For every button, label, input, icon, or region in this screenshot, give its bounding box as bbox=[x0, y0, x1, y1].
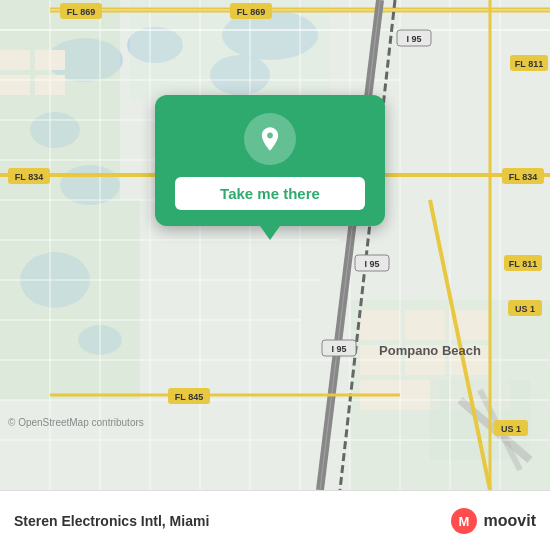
location-name: Steren Electronics Intl bbox=[14, 513, 162, 529]
svg-text:FL 869: FL 869 bbox=[237, 7, 265, 17]
location-pin-icon bbox=[256, 125, 284, 153]
map-attribution: © OpenStreetMap contributors bbox=[8, 417, 144, 428]
svg-rect-15 bbox=[0, 75, 30, 95]
popup-card: Take me there bbox=[155, 95, 385, 226]
svg-text:FL 811: FL 811 bbox=[515, 59, 543, 69]
svg-text:Pompano Beach: Pompano Beach bbox=[379, 343, 481, 358]
svg-text:FL 811: FL 811 bbox=[509, 259, 537, 269]
separator: , bbox=[162, 513, 170, 529]
svg-text:US 1: US 1 bbox=[501, 424, 521, 434]
svg-text:I 95: I 95 bbox=[331, 344, 346, 354]
svg-text:US 1: US 1 bbox=[515, 304, 535, 314]
moovit-logo-icon: M bbox=[450, 507, 478, 535]
svg-text:FL 834: FL 834 bbox=[15, 172, 43, 182]
svg-text:I 95: I 95 bbox=[364, 259, 379, 269]
svg-text:FL 834: FL 834 bbox=[509, 172, 537, 182]
svg-rect-10 bbox=[0, 200, 140, 400]
city-name: Miami bbox=[170, 513, 210, 529]
bottom-bar: Steren Electronics Intl, Miami M moovit bbox=[0, 490, 550, 550]
moovit-logo: M moovit bbox=[450, 507, 536, 535]
location-label: Steren Electronics Intl, Miami bbox=[14, 513, 209, 529]
location-icon-wrapper bbox=[244, 113, 296, 165]
svg-rect-18 bbox=[405, 310, 445, 340]
map-container: FL 869 FL 869 I 95 FL 811 FL 834 FL 834 … bbox=[0, 0, 550, 490]
take-me-there-button[interactable]: Take me there bbox=[175, 177, 365, 210]
svg-text:FL 869: FL 869 bbox=[67, 7, 95, 17]
moovit-brand-text: moovit bbox=[484, 512, 536, 530]
svg-rect-17 bbox=[360, 310, 400, 340]
svg-rect-13 bbox=[0, 50, 30, 70]
svg-text:M: M bbox=[458, 514, 469, 529]
svg-text:I 95: I 95 bbox=[406, 34, 421, 44]
svg-text:FL 845: FL 845 bbox=[175, 392, 203, 402]
